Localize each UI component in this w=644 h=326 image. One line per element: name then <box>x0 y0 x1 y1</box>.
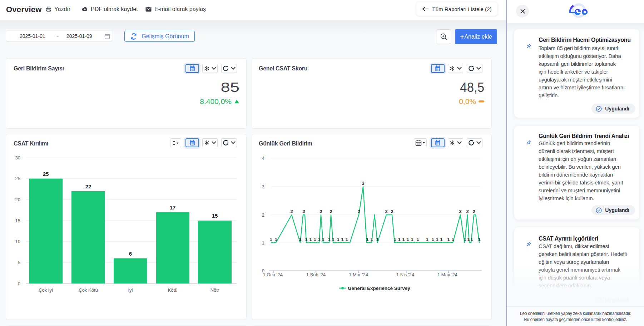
svg-text:1: 1 <box>478 237 480 242</box>
svg-text:1: 1 <box>406 237 409 242</box>
svg-text:15: 15 <box>212 213 218 219</box>
svg-text:1: 1 <box>345 237 348 242</box>
svg-text:Nötr: Nötr <box>210 287 219 293</box>
svg-text:0: 0 <box>18 281 20 286</box>
svg-text:2: 2 <box>290 209 293 214</box>
svg-text:İyi: İyi <box>128 287 133 293</box>
svg-text:10: 10 <box>15 239 20 244</box>
svg-text:1: 1 <box>426 237 428 242</box>
svg-text:4: 4 <box>262 155 264 161</box>
svg-text:25: 25 <box>43 171 49 177</box>
svg-text:1: 1 <box>411 237 413 242</box>
svg-text:2: 2 <box>357 209 360 214</box>
svg-text:1: 1 <box>337 237 339 242</box>
svg-text:3: 3 <box>262 184 264 189</box>
svg-text:1 Oca '24: 1 Oca '24 <box>263 272 282 277</box>
svg-text:1: 1 <box>398 237 400 242</box>
svg-text:1 Mar '24: 1 Mar '24 <box>349 272 368 277</box>
svg-text:2: 2 <box>330 209 332 214</box>
svg-text:1: 1 <box>322 237 324 242</box>
svg-text:2: 2 <box>262 212 264 218</box>
svg-text:2: 2 <box>466 209 469 214</box>
svg-text:1: 1 <box>370 237 373 242</box>
svg-text:2: 2 <box>459 209 461 214</box>
svg-text:2: 2 <box>472 209 475 214</box>
svg-text:1: 1 <box>376 237 378 242</box>
svg-text:2: 2 <box>385 209 387 214</box>
svg-text:2: 2 <box>302 209 305 214</box>
svg-text:3: 3 <box>362 181 364 186</box>
svg-text:1: 1 <box>328 237 330 242</box>
svg-text:Kötü: Kötü <box>168 287 178 293</box>
svg-text:1: 1 <box>332 237 334 242</box>
svg-text:1: 1 <box>305 237 307 242</box>
svg-text:1: 1 <box>309 237 312 242</box>
svg-text:1: 1 <box>431 237 434 242</box>
svg-text:1: 1 <box>464 237 466 242</box>
svg-text:1: 1 <box>318 237 320 242</box>
svg-text:1 May '24: 1 May '24 <box>437 272 457 277</box>
svg-text:1: 1 <box>447 237 450 242</box>
svg-text:1 Şub '24: 1 Şub '24 <box>306 272 326 277</box>
svg-text:17: 17 <box>170 204 176 211</box>
svg-text:1: 1 <box>451 237 454 242</box>
svg-text:6: 6 <box>129 251 132 257</box>
svg-text:1 Nis '24: 1 Nis '24 <box>396 272 414 277</box>
svg-text:20: 20 <box>15 197 20 202</box>
svg-text:1: 1 <box>416 237 419 242</box>
svg-text:Çok Kötü: Çok Kötü <box>79 287 98 293</box>
svg-text:1: 1 <box>262 240 264 246</box>
svg-text:22: 22 <box>85 183 91 189</box>
svg-text:1: 1 <box>341 237 343 242</box>
svg-text:30: 30 <box>15 155 20 160</box>
svg-text:1: 1 <box>440 237 442 242</box>
svg-text:General Experience Survey: General Experience Survey <box>348 286 410 291</box>
svg-text:1: 1 <box>393 237 396 242</box>
svg-text:25: 25 <box>15 176 20 181</box>
svg-text:1: 1 <box>313 237 316 242</box>
svg-text:1: 1 <box>467 237 470 242</box>
svg-text:2: 2 <box>391 209 393 214</box>
svg-text:5: 5 <box>18 260 20 265</box>
svg-text:2: 2 <box>319 209 322 214</box>
svg-text:1: 1 <box>436 237 438 242</box>
svg-text:1: 1 <box>402 237 405 242</box>
svg-text:1: 1 <box>274 237 277 242</box>
svg-text:1: 1 <box>366 237 368 242</box>
svg-text:15: 15 <box>15 218 20 223</box>
svg-text:1: 1 <box>470 237 473 242</box>
svg-text:Çok İyi: Çok İyi <box>39 287 53 293</box>
svg-text:1: 1 <box>269 237 272 242</box>
svg-text:1: 1 <box>299 237 301 242</box>
